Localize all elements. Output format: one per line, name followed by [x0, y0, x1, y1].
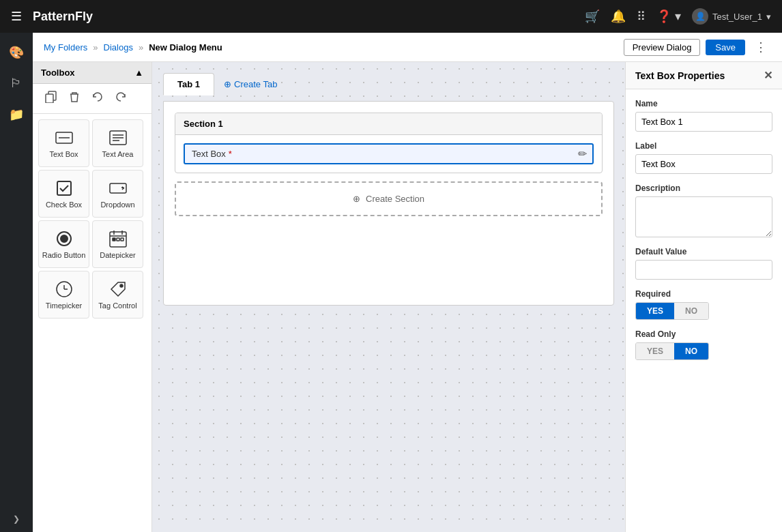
props-field-name: Name — [635, 99, 772, 132]
props-title: Text Box Properties — [635, 70, 725, 81]
toolbox-item-checkbox-label: Check Box — [46, 201, 82, 209]
svg-point-12 — [61, 235, 68, 242]
toolbox-item-textarea-label: Text Area — [102, 150, 134, 158]
redo-button[interactable] — [111, 88, 131, 109]
preview-dialog-button[interactable]: Preview Dialog — [624, 39, 701, 56]
breadcrumb-current: New Dialog Menu — [149, 42, 222, 53]
readonly-toggle-group: YES NO — [635, 342, 709, 360]
properties-panel: Text Box Properties ✕ Name Label — [625, 62, 782, 532]
cart-icon[interactable]: 🛒 — [585, 9, 600, 24]
props-label-default: Default Value — [635, 247, 772, 256]
breadcrumb-my-folders[interactable]: My Folders — [44, 42, 87, 53]
user-menu[interactable]: 👤 Test_User_1 ▾ — [692, 8, 771, 25]
props-input-label[interactable] — [635, 154, 772, 174]
undo-button[interactable] — [87, 88, 108, 109]
toolbox-collapse-icon[interactable]: ▲ — [134, 68, 143, 78]
toolbox-label: Toolbox — [41, 68, 75, 78]
toolbox-header: Toolbox ▲ — [33, 62, 151, 84]
help-icon[interactable]: ❓ ▾ — [656, 9, 681, 24]
main-content: My Folders » Dialogs » New Dialog Menu P… — [33, 33, 782, 532]
svg-rect-19 — [121, 238, 124, 241]
section-box: Section 1 Text Box * ✏ — [175, 113, 603, 173]
props-input-name[interactable] — [635, 112, 772, 132]
body-area: Toolbox ▲ — [33, 62, 782, 532]
props-field-required: Required YES NO — [635, 289, 772, 320]
readonly-no-button[interactable]: NO — [674, 343, 708, 359]
delete-button[interactable] — [64, 88, 85, 109]
toolbox-item-tagcontrol[interactable]: Tag Control — [92, 271, 143, 319]
props-close-button[interactable]: ✕ — [764, 69, 772, 82]
toolbox-item-timepicker-label: Timepicker — [46, 301, 82, 310]
left-sidebar: 🎨 🏳 📁 ❯ — [0, 33, 33, 532]
copy-button[interactable] — [41, 88, 61, 109]
sidebar-icon-flag[interactable]: 🏳 — [6, 72, 27, 95]
props-label-label: Label — [635, 141, 772, 151]
toolbar — [33, 84, 151, 113]
toolbox-item-textbox[interactable]: Text Box — [38, 119, 89, 167]
save-button[interactable]: Save — [706, 40, 745, 55]
canvas-tabs: Tab 1 ⊕ Create Tab — [163, 73, 614, 95]
create-section-button[interactable]: ⊕ Create Section — [175, 181, 603, 216]
toolbox-item-dropdown[interactable]: Dropdown — [92, 170, 143, 218]
props-body: Name Label Description — [626, 89, 782, 370]
tab-1[interactable]: Tab 1 — [163, 73, 214, 95]
canvas-area[interactable]: Tab 1 ⊕ Create Tab Section 1 — [152, 62, 625, 532]
required-yes-button[interactable]: YES — [636, 303, 674, 319]
props-textarea-description[interactable] — [635, 196, 772, 237]
svg-point-23 — [120, 284, 123, 287]
toolbox-item-datepicker[interactable]: Datepicker — [92, 220, 143, 268]
props-label-description: Description — [635, 183, 772, 193]
field-edit-button[interactable]: ✏ — [573, 145, 592, 163]
props-field-readonly: Read Only YES NO — [635, 329, 772, 360]
toolbox: Toolbox ▲ — [33, 62, 152, 532]
nav-icons: 🛒 🔔 ⠿ ❓ ▾ 👤 Test_User_1 ▾ — [585, 8, 771, 25]
toolbox-item-dropdown-label: Dropdown — [100, 201, 134, 209]
props-header: Text Box Properties ✕ — [626, 62, 782, 89]
props-field-description: Description — [635, 183, 772, 237]
more-options-icon[interactable]: ⋮ — [751, 38, 771, 56]
create-tab-label: Create Tab — [234, 79, 277, 89]
svg-rect-8 — [57, 181, 71, 195]
toolbox-item-textarea[interactable]: Text Area — [92, 119, 143, 167]
field-required-marker: * — [229, 149, 232, 159]
top-nav: ☰ PatternFly 🛒 🔔 ⠿ ❓ ▾ 👤 Test_User_1 ▾ — [0, 0, 782, 33]
breadcrumb-sep-1: » — [93, 42, 98, 53]
sidebar-icon-palette[interactable]: 🎨 — [5, 41, 28, 64]
field-row-textbox[interactable]: Text Box * ✏ — [184, 143, 594, 164]
props-label-name: Name — [635, 99, 772, 108]
section-header: Section 1 — [175, 113, 602, 135]
props-input-default[interactable] — [635, 260, 772, 280]
user-chevron: ▾ — [766, 12, 771, 22]
sidebar-icon-folder[interactable]: 📁 — [5, 103, 28, 126]
toolbox-item-radio[interactable]: Radio Button — [38, 220, 89, 268]
props-field-default: Default Value — [635, 247, 772, 280]
toolbox-item-textbox-label: Text Box — [49, 150, 78, 158]
sidebar-expand-icon[interactable]: ❯ — [13, 514, 20, 524]
toolbox-item-datepicker-label: Datepicker — [100, 251, 136, 259]
required-no-button[interactable]: NO — [674, 303, 708, 319]
toolbox-item-timepicker[interactable]: Timepicker — [38, 271, 89, 319]
breadcrumb: My Folders » Dialogs » New Dialog Menu P… — [33, 33, 782, 62]
canvas-inner: Tab 1 ⊕ Create Tab Section 1 — [163, 73, 614, 414]
field-label: Text Box * — [185, 145, 246, 163]
create-tab-plus-icon: ⊕ — [224, 79, 231, 89]
create-section-plus-icon: ⊕ — [353, 194, 360, 204]
toolbox-item-tagcontrol-label: Tag Control — [98, 301, 136, 310]
svg-rect-18 — [117, 238, 119, 241]
field-input[interactable] — [246, 145, 573, 163]
toolbox-item-checkbox[interactable]: Check Box — [38, 170, 89, 218]
canvas-body: Section 1 Text Box * ✏ — [163, 101, 614, 306]
grid-icon[interactable]: ⠿ — [637, 9, 646, 24]
bell-icon[interactable]: 🔔 — [611, 9, 626, 24]
props-label-required: Required — [635, 289, 772, 299]
readonly-yes-button[interactable]: YES — [636, 343, 674, 359]
breadcrumb-sep-2: » — [139, 42, 143, 53]
props-label-readonly: Read Only — [635, 329, 772, 339]
user-name: Test_User_1 — [712, 12, 762, 22]
toolbox-items: Text Box Text Area Check Box — [33, 114, 151, 324]
create-tab-button[interactable]: ⊕ Create Tab — [214, 74, 287, 95]
field-label-text: Text Box — [192, 149, 226, 159]
app-shell: 🎨 🏳 📁 ❯ My Folders » Dialogs » New Dialo… — [0, 33, 782, 532]
breadcrumb-dialogs[interactable]: Dialogs — [104, 42, 133, 53]
hamburger-icon[interactable]: ☰ — [11, 9, 22, 24]
